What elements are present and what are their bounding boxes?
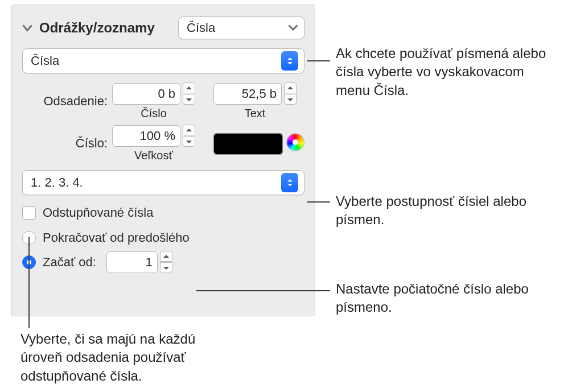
sequence-popup[interactable]: 1. 2. 3. 4.	[22, 170, 304, 195]
indent-number-field[interactable]: 0 b	[112, 83, 180, 105]
stepper-down-icon[interactable]	[284, 94, 297, 105]
bullets-lists-panel: Odrážky/zoznamy Čísla Čísla Odsadenie:	[11, 5, 315, 316]
start-from-field[interactable]: 1	[106, 251, 158, 273]
callout-tiered: Vyberte, či sa majú na každú úroveň odsa…	[20, 330, 237, 385]
indent-text-stepper[interactable]	[284, 82, 297, 105]
indent-text-sublabel: Text	[245, 107, 266, 120]
number-format-value: Čísla	[31, 53, 59, 68]
callout-leader	[196, 290, 330, 291]
stepper-down-icon[interactable]	[160, 262, 172, 273]
stepper-up-icon[interactable]	[160, 251, 172, 262]
callout-format: Ak chcete používať písmená alebo čísla v…	[336, 44, 552, 100]
callout-sequence: Vyberte postupnosť čísiel alebo písmen.	[336, 192, 541, 229]
start-from-label: Začať od:	[43, 255, 96, 270]
number-size-value: 100 %	[140, 129, 175, 143]
callout-leader	[307, 60, 330, 61]
number-size-field[interactable]: 100 %	[112, 125, 180, 147]
number-size-label: Číslo:	[22, 136, 108, 151]
indent-number-sublabel: Číslo	[141, 107, 167, 120]
indent-label: Odsadenie:	[22, 94, 108, 109]
updown-icon	[281, 173, 298, 192]
number-color-swatch[interactable]	[213, 133, 283, 155]
continue-from-previous-label: Pokračovať od predošlého	[43, 230, 190, 245]
chevron-down-icon	[288, 23, 298, 33]
color-wheel-icon[interactable]	[286, 133, 304, 151]
indent-text-value: 52,5 b	[242, 86, 277, 101]
stepper-down-icon[interactable]	[183, 94, 195, 105]
stepper-down-icon[interactable]	[183, 136, 195, 147]
start-from-stepper[interactable]	[160, 251, 172, 273]
list-style-popup[interactable]: Čísla	[178, 16, 304, 39]
sequence-value: 1. 2. 3. 4.	[31, 175, 83, 190]
updown-icon	[281, 51, 298, 71]
stepper-up-icon[interactable]	[284, 82, 297, 93]
disclosure-triangle-icon[interactable]	[22, 23, 32, 33]
stepper-up-icon[interactable]	[183, 82, 195, 93]
indent-text-field[interactable]: 52,5 b	[213, 83, 282, 105]
callout-start: Nastavte počiatočné číslo alebo písmeno.	[336, 280, 541, 317]
start-from-value: 1	[146, 255, 153, 270]
number-size-stepper[interactable]	[183, 125, 195, 147]
list-style-value: Čísla	[187, 20, 215, 35]
tiered-numbers-checkbox[interactable]	[22, 206, 36, 220]
tiered-numbers-label: Odstupňované čísla	[43, 205, 153, 220]
callout-leader	[307, 201, 330, 203]
callout-leader	[28, 237, 30, 328]
number-size-sublabel: Veľkosť	[134, 149, 173, 162]
section-title: Odrážky/zoznamy	[39, 20, 155, 36]
indent-number-value: 0 b	[158, 86, 175, 101]
number-format-popup[interactable]: Čísla	[22, 48, 304, 73]
stepper-up-icon[interactable]	[183, 125, 195, 135]
indent-number-stepper[interactable]	[183, 82, 195, 105]
